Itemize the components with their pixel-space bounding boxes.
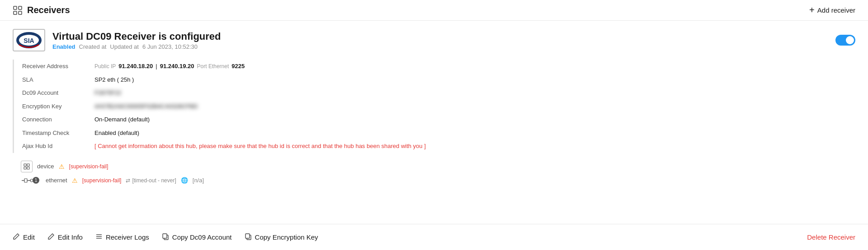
receiver-title: Virtual DC09 Receiver is configured [52, 31, 221, 42]
encryption-key-label: Encryption Key [22, 102, 94, 111]
ajax-hub-label: Ajax Hub Id [22, 142, 94, 151]
device-warn-icon: ⚠ [59, 163, 65, 170]
updated-label: Updated at [110, 43, 139, 50]
page-title: Receivers [27, 5, 70, 15]
ethernet-badge: 1 [33, 177, 39, 184]
ethernet-label: ethernet [46, 177, 67, 184]
delete-receiver-button[interactable]: Delete Receiver [807, 233, 855, 241]
main-content: SIA Virtual DC09 Receiver is configured … [0, 21, 868, 186]
updated-value: 6 Jun 2023, 10:52:30 [142, 43, 198, 50]
svg-rect-18 [245, 234, 250, 238]
connection-value: On-Demand (default) [94, 115, 150, 124]
svg-rect-3 [19, 11, 22, 14]
sla-label: SLA [22, 75, 94, 84]
svg-text:SIA: SIA [24, 37, 34, 44]
receiver-address-value: Public IP 91.240.18.20 | 91.240.19.20 Po… [94, 62, 245, 71]
receiver-logs-button[interactable]: Receiver Logs [95, 233, 149, 242]
status-badge: Enabled [52, 43, 75, 50]
info-row-encryption-key: Encryption Key 4A57B2A6C00005F02B4CA0328… [22, 100, 855, 113]
copy-dc09-icon [162, 233, 169, 242]
info-row-receiver-address: Receiver Address Public IP 91.240.18.20 … [22, 60, 855, 73]
connection-label: Connection [22, 115, 94, 124]
svg-rect-8 [27, 164, 29, 166]
edit-info-button[interactable]: Edit Info [47, 233, 83, 242]
svg-rect-10 [27, 167, 29, 169]
timestamp-label: Timestamp Check [22, 129, 94, 138]
public-ip-label: Public IP [94, 62, 116, 70]
copy-encryption-label: Copy Encryption Key [255, 233, 318, 241]
receiver-meta: Enabled Created at Updated at 6 Jun 2023… [52, 43, 221, 50]
created-label: Created at [79, 43, 107, 50]
svg-rect-0 [14, 6, 17, 9]
timed-out-badge: ⇄ [timed-out - never] [126, 177, 176, 184]
encryption-key-blurred-value: 4A57B2A6C00005F02B4CA0328CFBD [94, 102, 198, 111]
svg-rect-1 [19, 6, 22, 9]
timed-out-icon: ⇄ [126, 177, 130, 184]
port-value: 9225 [231, 62, 245, 71]
top-bar-left: Receivers [13, 5, 70, 15]
info-row-dc09: Dc09 Account F2875F22 [22, 86, 855, 100]
ethernet-row: 1 ethernet ⚠ [supervision-fail] ⇄ [timed… [13, 175, 855, 186]
ajax-hub-error: [ Cannot get information about this hub,… [94, 142, 426, 151]
ethernet-warn-icon: ⚠ [72, 177, 78, 184]
receiver-toggle[interactable] [835, 35, 855, 46]
ethernet-icon: 1 [21, 177, 39, 184]
dc09-value: F2875F22 [94, 88, 121, 97]
delete-receiver-label: Delete Receiver [807, 233, 855, 241]
add-receiver-button[interactable]: + Add receiver [809, 5, 855, 15]
info-row-connection: Connection On-Demand (default) [22, 113, 855, 126]
top-bar: Receivers + Add receiver [0, 0, 868, 21]
plus-icon: + [809, 5, 815, 15]
receiver-address-label: Receiver Address [22, 62, 94, 71]
svg-rect-7 [24, 164, 26, 166]
info-row-ajax-hub: Ajax Hub Id [ Cannot get information abo… [22, 139, 855, 153]
bottom-bar: Edit Edit Info Receiver Logs [0, 224, 868, 250]
info-section: Receiver Address Public IP 91.240.18.20 … [13, 60, 855, 153]
copy-dc09-label: Copy Dc09 Account [172, 233, 232, 241]
svg-rect-16 [163, 234, 167, 238]
sia-logo: SIA [13, 29, 45, 51]
edit-button[interactable]: Edit [13, 233, 35, 242]
device-label: device [37, 163, 54, 170]
copy-encryption-button[interactable]: Copy Encryption Key [245, 233, 318, 242]
receiver-logs-label: Receiver Logs [106, 233, 149, 241]
copy-dc09-button[interactable]: Copy Dc09 Account [162, 233, 232, 242]
globe-value: [n/a] [193, 177, 204, 184]
receiver-header-left: SIA Virtual DC09 Receiver is configured … [13, 29, 221, 51]
dc09-blurred-value: F2875F22 [94, 88, 121, 97]
sla-value: SP2 eth ( 25h ) [94, 75, 134, 84]
edit-info-icon [47, 233, 55, 242]
grid-icon [13, 5, 23, 15]
port-label: Port Ethernet [197, 62, 229, 70]
edit-label: Edit [23, 233, 35, 241]
timestamp-value: Enabled (default) [94, 129, 139, 138]
receiver-title-block: Virtual DC09 Receiver is configured Enab… [52, 31, 221, 50]
add-receiver-label: Add receiver [817, 6, 855, 14]
globe-icon: 🌐 [181, 177, 188, 184]
svg-rect-2 [14, 11, 17, 14]
ethernet-supervision-badge: [supervision-fail] [82, 177, 122, 184]
edit-info-label: Edit Info [58, 233, 83, 241]
logs-icon [95, 233, 103, 242]
device-row: device ⚠ [supervision-fail] [13, 158, 855, 175]
device-supervision-badge: [supervision-fail] [69, 163, 108, 170]
info-row-timestamp: Timestamp Check Enabled (default) [22, 126, 855, 140]
ip-separator: | [156, 62, 157, 71]
info-row-sla: SLA SP2 eth ( 25h ) [22, 73, 855, 87]
device-icon [21, 161, 33, 172]
encryption-key-value: 4A57B2A6C00005F02B4CA0328CFBD [94, 102, 198, 111]
edit-icon [13, 233, 20, 242]
ip1-value: 91.240.18.20 [118, 62, 153, 71]
dc09-label: Dc09 Account [22, 88, 94, 97]
receiver-header: SIA Virtual DC09 Receiver is configured … [13, 29, 855, 51]
ip2-value: 91.240.19.20 [160, 62, 194, 71]
timed-out-value: [timed-out - never] [132, 177, 176, 184]
svg-rect-9 [24, 167, 26, 169]
bottom-actions: Edit Edit Info Receiver Logs [13, 233, 318, 242]
copy-encryption-icon [245, 233, 252, 242]
